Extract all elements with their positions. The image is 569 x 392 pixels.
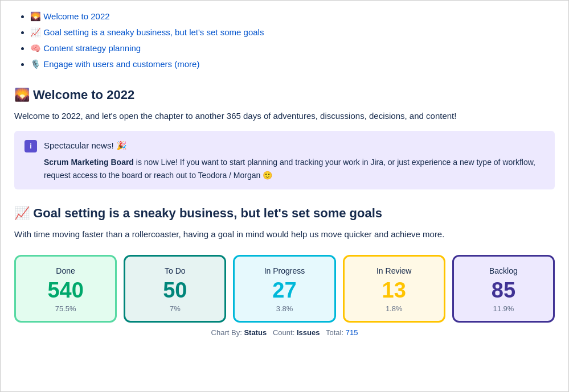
toc-item-welcome: 🌄 Welcome to 2022 — [30, 10, 555, 23]
chart-footer: Chart By: Status Count: Issues Total: 71… — [14, 327, 555, 339]
toc-list: 🌄 Welcome to 2022 📈 Goal setting is a sn… — [14, 10, 555, 71]
stat-pct-todo: 7% — [170, 303, 181, 315]
chart-count-label: Count: — [273, 328, 294, 337]
stat-card-backlog: Backlog 85 11.9% — [452, 255, 555, 323]
stat-pct-backlog: 11.9% — [493, 303, 514, 315]
stat-card-inreview: In Review 13 1.8% — [343, 255, 445, 323]
chart-by-value: Status — [244, 328, 267, 337]
welcome-section: 🌄 Welcome to 2022 Welcome to 2022, and l… — [14, 85, 555, 189]
goals-heading-text: Goal setting is a sneaky business, but l… — [33, 206, 382, 220]
welcome-heading: 🌄 Welcome to 2022 — [14, 85, 555, 105]
stat-label-inreview: In Review — [376, 265, 411, 277]
stat-card-done: Done 540 75.5% — [14, 255, 117, 323]
stat-number-inreview: 13 — [382, 279, 406, 303]
callout-body: Scrum Marketing Board is now Live! If yo… — [44, 156, 545, 181]
callout-content: Spectacular news! 🎉 Scrum Marketing Boar… — [44, 139, 545, 181]
stat-label-backlog: Backlog — [489, 265, 518, 277]
callout-box: i Spectacular news! 🎉 Scrum Marketing Bo… — [14, 131, 555, 189]
toc-link-welcome[interactable]: 🌄 Welcome to 2022 — [30, 11, 110, 21]
stat-label-todo: To Do — [165, 265, 186, 277]
stat-number-todo: 50 — [163, 279, 187, 303]
toc-link-engage[interactable]: 🎙️ Engage with users and customers (more… — [30, 59, 199, 69]
welcome-body: Welcome to 2022, and let's open the chap… — [14, 109, 555, 123]
stats-row: Done 540 75.5% To Do 50 7% In Progress 2… — [14, 255, 555, 323]
toc-item-content: 🧠 Content strategy planning — [30, 42, 555, 55]
stat-pct-inprogress: 3.8% — [276, 303, 293, 315]
toc-item-goals: 📈 Goal setting is a sneaky business, but… — [30, 26, 555, 39]
callout-icon: i — [24, 140, 37, 152]
stat-pct-inreview: 1.8% — [386, 303, 403, 315]
stat-number-done: 540 — [47, 279, 83, 303]
goals-section: 📈 Goal setting is a sneaky business, but… — [14, 203, 555, 339]
chart-total-label: Total: — [326, 328, 343, 337]
stat-label-done: Done — [56, 265, 75, 277]
stat-card-inprogress: In Progress 27 3.8% — [233, 255, 335, 323]
callout-icon-letter: i — [30, 141, 32, 152]
stat-card-todo: To Do 50 7% — [124, 255, 226, 323]
callout-bold-text: Scrum Marketing Board — [44, 158, 134, 167]
toc-link-content[interactable]: 🧠 Content strategy planning — [30, 43, 141, 53]
chart-by-label: Chart By: — [211, 328, 242, 337]
toc-link-goals[interactable]: 📈 Goal setting is a sneaky business, but… — [30, 27, 264, 37]
goals-heading-emoji: 📈 — [14, 206, 30, 220]
goals-body: With time moving faster than a rollercoa… — [14, 228, 555, 241]
welcome-heading-emoji: 🌄 — [14, 85, 30, 105]
stat-pct-done: 75.5% — [55, 303, 76, 315]
page-container: 🌄 Welcome to 2022 📈 Goal setting is a sn… — [0, 0, 569, 392]
chart-total-value: 715 — [346, 328, 358, 337]
stat-label-inprogress: In Progress — [264, 265, 305, 277]
goals-heading: 📈 Goal setting is a sneaky business, but… — [14, 203, 555, 223]
callout-title: Spectacular news! 🎉 — [44, 139, 545, 152]
stat-number-inprogress: 27 — [272, 279, 296, 303]
stat-number-backlog: 85 — [492, 279, 515, 303]
chart-count-value: Issues — [297, 328, 320, 337]
welcome-heading-text: Welcome to 2022 — [33, 85, 134, 105]
toc-item-engage: 🎙️ Engage with users and customers (more… — [30, 57, 555, 71]
